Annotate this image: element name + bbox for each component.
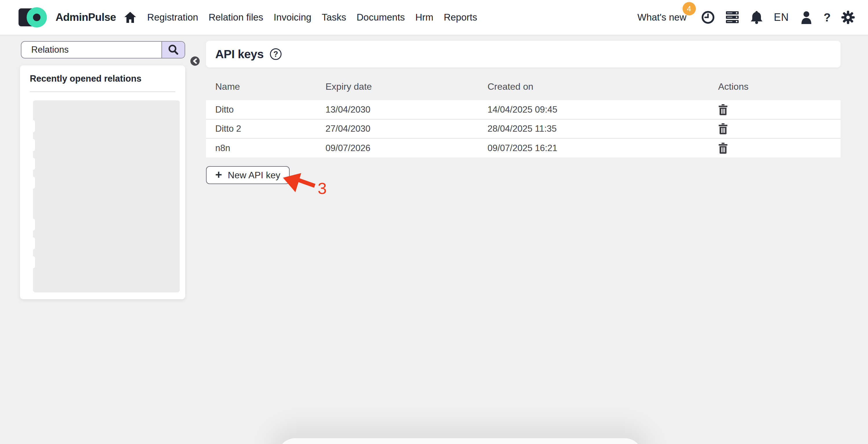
nav-item-documents[interactable]: Documents: [351, 8, 410, 27]
logo-hole-shape: [33, 13, 40, 21]
column-header-expiry: Expiry date: [316, 75, 478, 100]
api-key-name: Ditto 2: [206, 119, 316, 138]
plus-icon: +: [215, 169, 222, 180]
table-row: Ditto 2 27/04/2030 28/04/2025 11:35: [206, 119, 840, 138]
table-header-row: Name Expiry date Created on Actions: [206, 75, 840, 100]
whats-new-badge: 4: [683, 2, 696, 16]
search-icon: [167, 44, 179, 56]
column-header-actions: Actions: [709, 75, 840, 100]
help-icon[interactable]: ?: [824, 11, 831, 24]
skeleton-notch: [31, 218, 35, 231]
trash-icon: [718, 143, 728, 154]
nav-item-registration[interactable]: Registration: [142, 8, 204, 27]
navbar-left: AdminPulse Registration Relation files I…: [19, 3, 482, 32]
table-row: Ditto 13/04/2030 14/04/2025 09:45: [206, 100, 840, 119]
recently-opened-title: Recently opened relations: [30, 73, 185, 84]
table-row: n8n 09/07/2026 09/07/2025 16:21: [206, 138, 840, 157]
task-queue-icon[interactable]: [725, 10, 739, 24]
api-keys-page: API keys ? Name Expiry date Created on A…: [206, 41, 840, 184]
user-icon[interactable]: [799, 10, 813, 24]
api-key-created: 28/04/2025 11:35: [478, 119, 709, 138]
skeleton-notch: [31, 120, 35, 132]
nav-item-tasks[interactable]: Tasks: [316, 8, 351, 27]
history-clock-icon[interactable]: [701, 10, 715, 24]
nav-item-reports[interactable]: Reports: [439, 8, 483, 27]
page-header-card: API keys ?: [206, 41, 840, 67]
trash-icon: [718, 104, 728, 115]
trash-icon: [718, 123, 728, 134]
column-header-name: Name: [206, 75, 316, 100]
search-input[interactable]: [22, 42, 161, 58]
search-button[interactable]: [161, 42, 185, 58]
delete-api-key-button[interactable]: [718, 123, 728, 134]
notifications-bell-icon[interactable]: [750, 10, 764, 24]
main-menu: Registration Relation files Invoicing Ta…: [142, 8, 482, 27]
panel-divider: [30, 91, 175, 92]
delete-api-key-button[interactable]: [718, 143, 728, 154]
api-key-expiry: 09/07/2026: [316, 138, 478, 157]
adminpulse-logo-icon: [19, 3, 65, 32]
skeleton-notch: [31, 177, 35, 189]
api-key-expiry: 13/04/2030: [316, 100, 478, 119]
recently-opened-panel: Recently opened relations: [20, 65, 185, 299]
sidebar-collapse-button[interactable]: [190, 56, 199, 66]
skeleton-notch: [31, 256, 35, 268]
brand-logo[interactable]: AdminPulse: [19, 3, 116, 32]
delete-api-key-button[interactable]: [718, 104, 728, 115]
chevron-left-icon: [193, 58, 197, 64]
api-keys-table: Name Expiry date Created on Actions Ditt…: [206, 75, 840, 157]
settings-gear-icon[interactable]: [841, 10, 855, 24]
column-header-created: Created on: [478, 75, 709, 100]
navbar-right: What's new 4: [638, 10, 855, 24]
nav-item-hrm[interactable]: Hrm: [410, 8, 438, 27]
api-key-expiry: 27/04/2030: [316, 119, 478, 138]
relations-search-bar: [21, 41, 185, 58]
home-icon[interactable]: [124, 11, 136, 23]
api-key-name: n8n: [206, 138, 316, 157]
bottom-sheet-shadow: [278, 438, 642, 444]
skeleton-notch: [31, 237, 35, 249]
skeleton-notch: [31, 158, 35, 170]
nav-item-relation-files[interactable]: Relation files: [204, 8, 269, 27]
skeleton-notch: [31, 139, 35, 151]
language-selector[interactable]: EN: [774, 11, 789, 24]
api-key-created: 09/07/2025 16:21: [478, 138, 709, 157]
nav-item-invoicing[interactable]: Invoicing: [269, 8, 316, 27]
annotation-step-number: 3: [318, 179, 327, 198]
whats-new-label: What's new: [638, 12, 687, 23]
api-key-created: 14/04/2025 09:45: [478, 100, 709, 119]
whats-new-link[interactable]: What's new 4: [638, 12, 687, 23]
api-key-name: Ditto: [206, 100, 316, 119]
top-navbar: AdminPulse Registration Relation files I…: [0, 0, 868, 35]
page-title: API keys: [215, 48, 264, 61]
recent-relations-placeholder: [33, 100, 180, 292]
api-keys-help-icon[interactable]: ?: [270, 48, 281, 60]
